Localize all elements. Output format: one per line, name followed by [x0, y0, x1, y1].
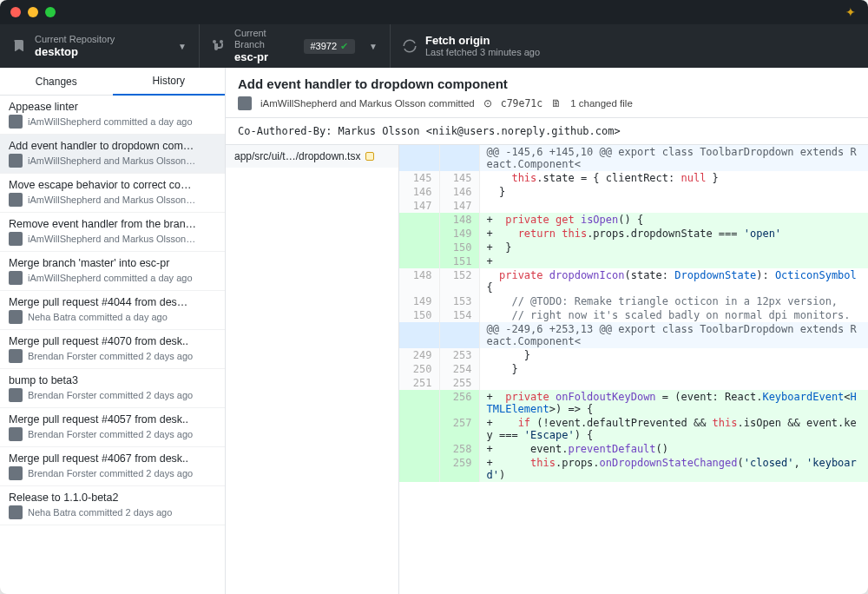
sync-icon — [403, 39, 417, 53]
repo-value: desktop — [35, 45, 115, 59]
avatar — [238, 96, 252, 110]
commit-item-title: Remove event handler from the bran… — [9, 218, 216, 230]
diff-line: 150+ } — [399, 241, 868, 254]
avatar — [9, 193, 23, 207]
minimize-window-button[interactable] — [28, 7, 38, 17]
branch-label: Current Branch — [234, 28, 295, 50]
avatar — [9, 349, 23, 363]
commit-item-meta: Brendan Forster committed 2 days ago — [28, 429, 193, 439]
commit-item[interactable]: Merge branch 'master' into esc-pr iAmWil… — [0, 252, 225, 291]
diff-line: @@ -249,6 +253,13 @@ export class Toolba… — [399, 322, 868, 348]
tab-changes[interactable]: Changes — [0, 68, 113, 96]
files-summary: 1 changed file — [570, 98, 633, 109]
window-controls — [10, 7, 56, 17]
repo-icon — [12, 39, 26, 53]
file-path: app/src/ui/t…/dropdown.tsx — [234, 150, 360, 162]
repository-dropdown[interactable]: Current Repository desktop ▼ — [0, 24, 200, 68]
file-item[interactable]: app/src/ui/t…/dropdown.tsx — [226, 145, 398, 168]
diff-line: 151+ — [399, 254, 868, 268]
pr-badge: #3972 ✔ — [304, 39, 356, 54]
commit-item[interactable]: Merge pull request #4057 from desk.. Bre… — [0, 408, 225, 447]
commit-item-title: Merge pull request #4070 from desk.. — [9, 335, 216, 347]
branch-value: esc-pr — [234, 50, 295, 64]
commit-item[interactable]: Merge pull request #4044 from des… Neha … — [0, 291, 225, 330]
repo-label: Current Repository — [35, 34, 115, 45]
commit-item-meta: Brendan Forster committed 2 days ago — [28, 390, 193, 400]
main-area: Changes History Appease linter iAmWillSh… — [0, 68, 868, 594]
diff-line: 145145 this.state = { clientRect: null } — [399, 171, 868, 185]
commit-item-meta: Brendan Forster committed 2 days ago — [28, 351, 193, 361]
branch-icon — [212, 39, 226, 53]
avatar — [9, 505, 23, 519]
branch-dropdown[interactable]: Current Branch esc-pr #3972 ✔ ▼ — [200, 24, 391, 68]
diff-line: 256+ private onFoldoutKeyDown = (event: … — [399, 390, 868, 416]
commit-body: Co-Authored-By: Markus Olsson <niik@user… — [226, 118, 868, 145]
commit-item-title: Merge branch 'master' into esc-pr — [9, 257, 216, 269]
commit-item-title: bump to beta3 — [9, 374, 216, 386]
diff-line: 249253 } — [399, 348, 868, 362]
sidebar-tabs: Changes History — [0, 68, 225, 96]
chevron-down-icon: ▼ — [178, 42, 187, 51]
avatar — [9, 154, 23, 168]
tab-history[interactable]: History — [113, 68, 226, 96]
commit-item[interactable]: bump to beta3 Brendan Forster committed … — [0, 369, 225, 408]
diff-line: 146146 } — [399, 185, 868, 199]
fetch-label: Fetch origin — [425, 34, 540, 48]
diff-line: 149153 // @TODO: Remake triangle octicon… — [399, 294, 868, 308]
modified-badge-icon — [365, 152, 374, 161]
commit-item[interactable]: Add event handler to dropdown com… iAmWi… — [0, 135, 225, 174]
chevron-down-icon: ▼ — [369, 42, 378, 51]
diff-line: 148152 private dropdownIcon(state: Dropd… — [399, 268, 868, 294]
commit-list[interactable]: Appease linter iAmWillShepherd committed… — [0, 96, 225, 594]
commit-sha: c79e71c — [501, 97, 542, 109]
avatar — [9, 388, 23, 402]
close-window-button[interactable] — [10, 7, 21, 17]
diff-line: 251255 — [399, 376, 868, 390]
diff-view[interactable]: @@ -145,6 +145,10 @@ export class Toolba… — [399, 145, 868, 594]
commit-title: Add event handler to dropdown component — [238, 76, 856, 91]
commit-item-title: Add event handler to dropdown com… — [9, 140, 216, 152]
commit-item[interactable]: Remove event handler from the bran… iAmW… — [0, 213, 225, 252]
titlebar: ✦ — [0, 0, 868, 24]
check-icon: ✔ — [340, 41, 348, 52]
avatar — [9, 427, 23, 441]
diff-line: 148+ private get isOpen() { — [399, 213, 868, 227]
commit-item-meta: Neha Batra committed 2 days ago — [28, 507, 172, 518]
commit-item[interactable]: Merge pull request #4070 from desk.. Bre… — [0, 330, 225, 369]
commit-item[interactable]: Release to 1.1.0-beta2 Neha Batra commit… — [0, 486, 225, 525]
commit-item-title: Appease linter — [9, 101, 216, 113]
diff-line: 150154 // right now it's scaled badly on… — [399, 308, 868, 322]
commit-item-meta: iAmWillShepherd committed a day ago — [28, 273, 193, 283]
diff-line: 250254 } — [399, 362, 868, 376]
commit-item-meta: Neha Batra committed a day ago — [28, 312, 168, 322]
diff-line: 257+ if (!event.defaultPrevented && this… — [399, 416, 868, 442]
avatar — [9, 310, 23, 324]
commit-item-meta: iAmWillShepherd and Markus Olsson… — [28, 195, 195, 205]
commit-item[interactable]: Appease linter iAmWillShepherd committed… — [0, 96, 225, 135]
commit-item-meta: iAmWillShepherd committed a day ago — [28, 116, 193, 127]
commit-item-meta: Brendan Forster committed 2 days ago — [28, 468, 193, 478]
commit-sha-icon: ⊙ — [483, 97, 492, 109]
commit-item[interactable]: Merge pull request #4067 from desk.. Bre… — [0, 447, 225, 486]
diff-line: 258+ event.preventDefault() — [399, 442, 868, 456]
maximize-window-button[interactable] — [45, 7, 56, 17]
avatar — [9, 466, 23, 480]
commit-item-meta: iAmWillShepherd and Markus Olsson… — [28, 155, 195, 166]
app-window: ✦ Current Repository desktop ▼ Current B… — [0, 0, 868, 594]
commit-item-title: Merge pull request #4057 from desk.. — [9, 413, 216, 426]
commit-item-meta: iAmWillShepherd and Markus Olsson… — [28, 234, 195, 244]
commit-item-title: Merge pull request #4044 from des… — [9, 296, 216, 308]
diff-line: 149+ return this.props.dropdownState ===… — [399, 227, 868, 241]
file-icon: 🗎 — [551, 98, 562, 109]
diff-line: 147147 — [399, 199, 868, 213]
toolbar: Current Repository desktop ▼ Current Bra… — [0, 24, 868, 68]
commit-item-title: Release to 1.1.0-beta2 — [9, 492, 216, 504]
avatar — [9, 271, 23, 285]
diff-line: @@ -145,6 +145,10 @@ export class Toolba… — [399, 145, 868, 171]
commit-item[interactable]: Move escape behavior to correct co… iAmW… — [0, 174, 225, 213]
commit-authors: iAmWillShepherd and Markus Olsson commit… — [260, 98, 475, 109]
commit-item-title: Move escape behavior to correct co… — [9, 179, 216, 191]
changed-files-list: app/src/ui/t…/dropdown.tsx — [226, 145, 399, 594]
star-icon: ✦ — [845, 5, 856, 19]
fetch-button[interactable]: Fetch origin Last fetched 3 minutes ago — [391, 24, 868, 68]
